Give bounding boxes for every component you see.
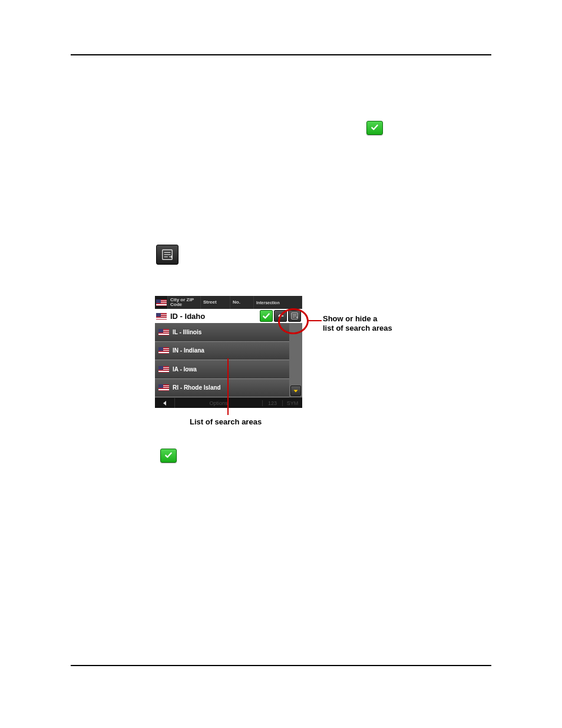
bottom-rule bbox=[71, 665, 491, 666]
tab-city-zip[interactable]: City or ZIP Code bbox=[168, 296, 201, 309]
backspace-button[interactable] bbox=[274, 310, 287, 322]
list-item[interactable]: IN - Indiana bbox=[155, 342, 289, 361]
options-button[interactable]: Options bbox=[175, 400, 262, 406]
search-areas-list: IL - Illinois IN - Indiana IA - Iowa RI … bbox=[155, 323, 302, 397]
back-button[interactable] bbox=[155, 398, 175, 408]
list-item[interactable]: IL - Illinois bbox=[155, 323, 289, 342]
tab-number[interactable]: No. bbox=[230, 296, 254, 309]
list-item-label: RI - Rhode Island bbox=[173, 384, 221, 391]
us-flag-icon bbox=[158, 347, 169, 354]
keypad-123-button[interactable]: 123 bbox=[262, 400, 282, 406]
us-flag-icon bbox=[158, 384, 169, 391]
confirm-button[interactable] bbox=[260, 310, 273, 322]
bottom-bar: Options 123 SYM bbox=[155, 397, 302, 408]
device-screenshot: City or ZIP Code Street No. Intersection… bbox=[155, 296, 302, 408]
list-item[interactable]: RI - Rhode Island bbox=[155, 379, 289, 398]
us-flag-icon bbox=[156, 299, 167, 306]
scrollbar[interactable] bbox=[289, 323, 302, 397]
us-flag-icon bbox=[158, 329, 169, 335]
selected-search-area-row: ID - Idaho bbox=[155, 309, 302, 323]
list-item-label: IL - Illinois bbox=[173, 329, 201, 335]
list-item[interactable]: IA - Iowa bbox=[155, 360, 289, 379]
tab-street[interactable]: Street bbox=[201, 296, 230, 309]
keypad-sym-button[interactable]: SYM bbox=[282, 400, 302, 406]
callout-label-right: Show or hide a list of search areas bbox=[323, 314, 392, 332]
callout-leader-bottom bbox=[227, 358, 229, 415]
callout-leader-right bbox=[309, 320, 322, 321]
scroll-down-button[interactable] bbox=[290, 386, 301, 396]
selected-search-area-label: ID - Idaho bbox=[168, 312, 260, 321]
check-icon bbox=[366, 121, 383, 135]
list-item-label: IA - Iowa bbox=[173, 366, 197, 373]
region-flag-tab[interactable] bbox=[155, 296, 168, 309]
callout-label-bottom: List of search areas bbox=[190, 417, 262, 426]
check-icon bbox=[160, 449, 177, 463]
list-icon bbox=[156, 245, 178, 265]
page: City or ZIP Code Street No. Intersection… bbox=[0, 0, 562, 728]
tab-strip: City or ZIP Code Street No. Intersection bbox=[155, 296, 302, 309]
tab-intersection[interactable]: Intersection bbox=[254, 296, 302, 309]
us-flag-icon bbox=[155, 309, 168, 323]
us-flag-icon bbox=[158, 366, 169, 373]
top-rule bbox=[71, 54, 491, 55]
toggle-list-button[interactable] bbox=[288, 310, 301, 322]
list-item-label: IN - Indiana bbox=[173, 347, 204, 354]
